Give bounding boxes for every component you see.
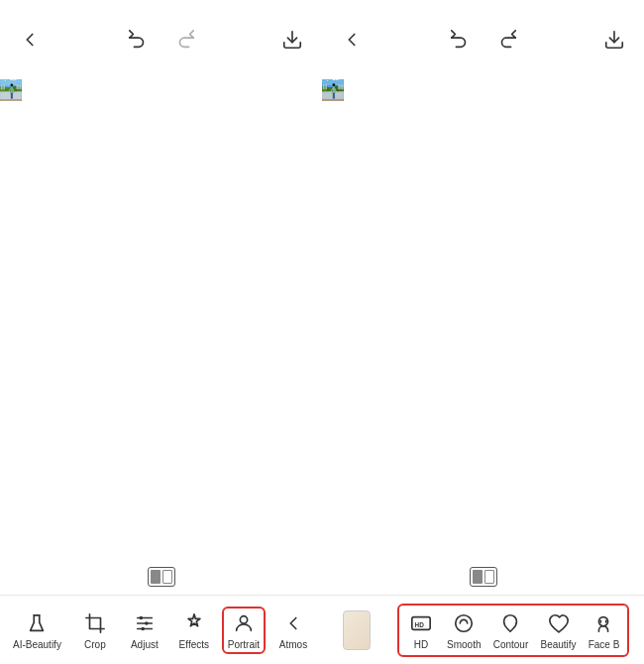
flask-icon — [24, 610, 50, 636]
portrait-icon — [231, 610, 257, 636]
tool-face-b[interactable]: Face B — [585, 609, 624, 652]
tool-swatch[interactable] — [337, 607, 376, 654]
undo-button-left[interactable] — [124, 26, 152, 54]
svg-rect-16 — [0, 99, 22, 101]
svg-point-38 — [333, 83, 335, 86]
portrait-thumbnail — [343, 610, 371, 650]
tool-adjust-label: Adjust — [131, 639, 159, 650]
left-image-panel — [0, 79, 322, 559]
svg-rect-33 — [325, 83, 327, 89]
svg-rect-19 — [11, 93, 12, 98]
tool-contour[interactable]: Contour — [488, 609, 532, 652]
tool-adjust[interactable]: Adjust — [123, 607, 166, 654]
tool-beautify[interactable]: Beautify — [536, 609, 580, 652]
svg-point-48 — [139, 615, 143, 619]
svg-rect-40 — [333, 93, 334, 99]
undo-button-right[interactable] — [446, 26, 474, 54]
tool-atmos[interactable]: Atmos — [271, 607, 315, 654]
image-panels — [0, 79, 644, 559]
svg-rect-35 — [341, 84, 344, 89]
tool-atmos-label: Atmos — [279, 639, 307, 650]
top-toolbars — [0, 0, 644, 79]
svg-point-17 — [11, 83, 13, 86]
svg-text:HD: HD — [415, 620, 425, 627]
tool-hd-label: HD — [414, 639, 428, 650]
svg-rect-34 — [338, 83, 341, 89]
svg-rect-11 — [1, 84, 3, 89]
svg-rect-14 — [19, 84, 21, 89]
crop-icon — [82, 610, 108, 636]
svg-point-6 — [10, 79, 13, 80]
svg-point-50 — [141, 626, 145, 630]
tool-effects-label: Effects — [179, 639, 209, 650]
tool-ai-beautify[interactable]: AI-Beautify — [7, 607, 67, 654]
beautify-icon — [546, 610, 572, 636]
left-toolbar-center — [124, 26, 199, 54]
contour-icon — [497, 610, 523, 636]
atmos-icon — [280, 610, 306, 636]
download-button-right[interactable] — [600, 26, 628, 54]
svg-point-28 — [327, 80, 329, 81]
effects-panel-border: HD HD Smooth — [397, 604, 629, 657]
left-photo — [0, 79, 22, 101]
svg-rect-37 — [322, 99, 344, 101]
svg-rect-32 — [323, 84, 325, 90]
left-tools: AI-Beautify Crop — [0, 596, 322, 664]
tool-beautify-label: Beautify — [540, 639, 576, 650]
right-photo — [322, 79, 344, 101]
right-tools: HD HD Smooth — [322, 596, 644, 664]
tool-ai-beautify-label: AI-Beautify — [13, 639, 61, 650]
sparkle-icon — [181, 610, 207, 636]
tool-contour-label: Contour — [493, 639, 529, 650]
hd-icon: HD — [408, 610, 434, 636]
tool-effects[interactable]: Effects — [172, 607, 216, 654]
svg-rect-18 — [11, 86, 13, 93]
left-toolbar — [0, 0, 322, 79]
tool-portrait-label: Portrait — [228, 639, 260, 650]
redo-button-left[interactable] — [171, 26, 199, 54]
svg-point-49 — [145, 621, 149, 625]
right-split-control[interactable] — [322, 559, 644, 595]
right-toolbar-center — [446, 26, 521, 54]
tool-face-b-label: Face B — [589, 639, 620, 650]
sliders-icon — [132, 610, 158, 636]
back-button-left[interactable] — [16, 26, 44, 54]
faceb-icon — [590, 610, 616, 636]
left-split-control[interactable] — [0, 559, 322, 595]
right-image-panel — [322, 79, 644, 559]
split-view-icon-right — [470, 567, 497, 587]
svg-rect-20 — [12, 93, 13, 98]
svg-rect-39 — [333, 86, 335, 93]
right-toolbar — [322, 0, 644, 79]
tool-smooth-label: Smooth — [447, 639, 481, 650]
svg-rect-12 — [3, 83, 5, 89]
bottom-toolbar: AI-Beautify Crop — [0, 595, 644, 664]
svg-rect-13 — [16, 84, 19, 90]
download-button-left[interactable] — [278, 26, 306, 54]
tool-crop[interactable]: Crop — [73, 607, 117, 654]
svg-point-54 — [456, 614, 473, 631]
smooth-icon — [451, 610, 477, 636]
tool-hd[interactable]: HD HD — [403, 609, 439, 652]
tool-smooth[interactable]: Smooth — [443, 609, 484, 652]
redo-button-right[interactable] — [493, 26, 521, 54]
tool-crop-label: Crop — [84, 639, 106, 650]
svg-point-7 — [4, 80, 7, 81]
svg-point-51 — [240, 615, 247, 622]
split-view-icon-left — [148, 567, 175, 587]
svg-point-27 — [332, 79, 336, 80]
tool-portrait[interactable]: Portrait — [222, 607, 266, 654]
back-button-right[interactable] — [338, 26, 366, 54]
divider-row — [0, 559, 644, 595]
svg-rect-41 — [334, 93, 335, 99]
